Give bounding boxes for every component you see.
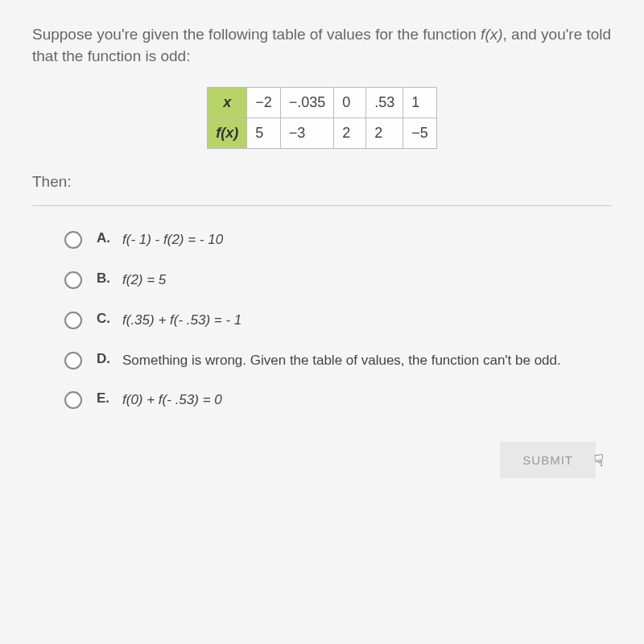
table-cell: 5 bbox=[247, 118, 281, 149]
option-label: E. bbox=[97, 390, 116, 407]
table-cell: −5 bbox=[403, 118, 437, 149]
option-text: Something is wrong. Given the table of v… bbox=[122, 351, 561, 370]
option-c[interactable]: C. f(.35) + f(- .53) = - 1 bbox=[64, 311, 612, 330]
option-text: f(2) = 5 bbox=[122, 270, 166, 290]
table-header-x: x bbox=[208, 88, 247, 118]
table-cell: 1 bbox=[403, 88, 437, 118]
radio-d[interactable] bbox=[64, 352, 82, 369]
table-cell: −.035 bbox=[280, 88, 334, 118]
table-cell: −3 bbox=[280, 118, 334, 149]
option-text: f(0) + f(- .53) = 0 bbox=[122, 390, 222, 410]
table-cell: 2 bbox=[334, 118, 366, 149]
table-header-fx: f(x) bbox=[208, 118, 247, 149]
table-cell: −2 bbox=[247, 88, 281, 118]
table-cell: .53 bbox=[366, 88, 403, 118]
options-list: A. f(- 1) - f(2) = - 10 B. f(2) = 5 C. f… bbox=[32, 230, 612, 410]
submit-button[interactable]: SUBMIT bbox=[500, 442, 596, 478]
option-label: C. bbox=[97, 311, 116, 327]
option-d[interactable]: D. Something is wrong. Given the table o… bbox=[64, 351, 612, 370]
pointer-cursor-icon: ☟ bbox=[594, 451, 604, 470]
radio-a[interactable] bbox=[64, 231, 82, 249]
option-text: f(.35) + f(- .53) = - 1 bbox=[122, 311, 242, 330]
option-label: D. bbox=[97, 351, 116, 367]
option-label: B. bbox=[97, 270, 116, 287]
option-e[interactable]: E. f(0) + f(- .53) = 0 bbox=[64, 390, 612, 410]
question-prompt: Suppose you're given the following table… bbox=[32, 24, 612, 67]
values-table: x −2 −.035 0 .53 1 f(x) 5 −3 2 2 −5 bbox=[32, 87, 612, 149]
option-a[interactable]: A. f(- 1) - f(2) = - 10 bbox=[64, 230, 612, 250]
option-b[interactable]: B. f(2) = 5 bbox=[64, 270, 612, 290]
divider bbox=[32, 205, 612, 206]
table-cell: 0 bbox=[334, 88, 366, 118]
radio-c[interactable] bbox=[64, 312, 82, 329]
table-cell: 2 bbox=[366, 118, 403, 149]
radio-b[interactable] bbox=[64, 271, 82, 289]
then-label: Then: bbox=[32, 173, 612, 191]
option-label: A. bbox=[97, 230, 116, 246]
radio-e[interactable] bbox=[64, 391, 82, 409]
option-text: f(- 1) - f(2) = - 10 bbox=[122, 230, 223, 250]
